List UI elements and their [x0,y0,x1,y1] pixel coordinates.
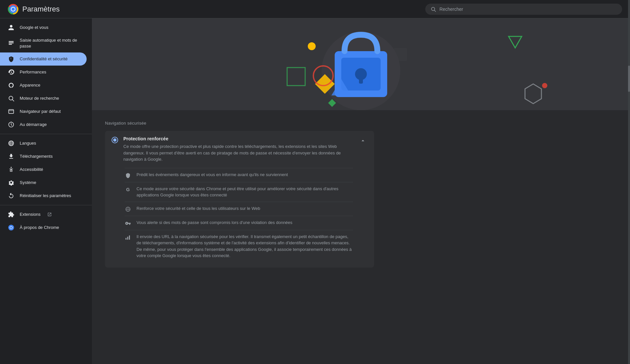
svg-marker-33 [509,36,522,48]
system-icon [8,179,14,186]
sub-features: Prédit les événements dangereux et vous … [123,168,353,262]
svg-rect-7 [9,44,12,45]
sidebar-item-navigateur-defaut[interactable]: Navigateur par défaut [0,105,87,118]
sub-feature-text-2: Ce mode assure votre sécurité dans Chrom… [136,186,353,198]
performance-icon [8,69,14,75]
svg-rect-41 [127,236,128,239]
startup-icon [8,121,14,128]
sidebar-item-moteur-recherche[interactable]: Moteur de recherche [0,92,87,105]
sub-feature-detail: Il envoie des URL à la navigation sécuri… [125,230,353,262]
scrollbar-thumb[interactable] [628,66,630,92]
svg-marker-35 [525,84,541,104]
shield-icon [8,56,14,62]
sidebar-item-google-et-vous[interactable]: Google et vous [0,21,87,34]
sidebar-item-systeme[interactable]: Système [0,176,87,189]
search-engine-icon [8,95,14,102]
protection-renforcee-card: Protection renforcée Ce mode offre une p… [105,131,374,268]
default-browser-icon [8,108,14,115]
header: Paramètres [0,0,630,18]
sidebar-item-label: Au démarrage [20,122,47,128]
content-area: Navigation sécurisée Protection renforcé… [92,110,387,282]
svg-rect-30 [287,68,305,86]
sidebar-item-label: Navigateur par défaut [20,109,61,114]
sidebar-item-label: À propos de Chrome [20,225,59,231]
sidebar-item-telechargements[interactable]: Téléchargements [0,150,87,163]
about-chrome-icon [8,224,14,231]
sidebar-divider-1 [0,134,92,134]
sub-feature-text-3: Renforce votre sécurité et celle de tous… [136,205,260,212]
sidebar-item-extensions[interactable]: Extensions [0,208,87,221]
sub-feature-text-4: Vous alerte si des mots de passe sont co… [136,219,292,226]
sidebar-item-label: Accessibilité [20,167,43,172]
autofill-icon [8,40,14,47]
sidebar-item-label: Téléchargements [20,153,52,159]
reset-icon [8,192,14,199]
sidebar-item-label: Réinitialiser les paramètres [20,193,71,199]
globe-sub-icon [125,206,131,212]
sub-feature-detail-text: Il envoie des URL à la navigation sécuri… [136,233,353,259]
svg-point-34 [542,83,547,88]
sidebar-item-au-demarrage[interactable]: Au démarrage [0,118,87,131]
svg-point-18 [10,167,11,168]
page-title: Paramètres [22,5,60,13]
sub-feature-4: Vous alerte si des mots de passe sont co… [125,216,353,230]
sidebar-item-langues[interactable]: Langues [0,137,87,150]
sidebar-divider-2 [0,205,92,205]
sub-feature-text-1: Prédit les événements dangereux et vous … [136,172,288,178]
sidebar-item-apparence[interactable]: Apparence [0,79,87,92]
sidebar-item-label: Système [20,180,36,186]
svg-point-21 [10,227,12,229]
sidebar-item-label: Moteur de recherche [20,95,59,101]
header-logo: Paramètres [8,4,60,14]
collapse-button[interactable] [358,136,368,145]
sidebar-item-confidentialite[interactable]: Confidentialité et sécurité [0,52,87,66]
sidebar-item-a-propos[interactable]: À propos de Chrome [0,221,87,234]
svg-rect-5 [9,41,14,42]
svg-rect-42 [129,235,130,240]
option-content: Protection renforcée Ce mode offre une p… [123,136,353,262]
sidebar-item-saisie-automatique[interactable]: Saisie automatique et mots de passe [0,34,87,52]
hero-illustration [92,18,630,110]
main-content: Navigation sécurisée Protection renforcé… [92,18,630,364]
svg-point-32 [308,42,316,50]
protection-renforcee-radio[interactable] [112,137,118,143]
option-desc: Ce mode offre une protection proactive e… [123,143,353,163]
sidebar-item-label: Google et vous [20,25,48,30]
sub-feature-1: Prédit les événements dangereux et vous … [125,168,353,182]
sidebar-item-label: Apparence [20,82,40,88]
section-title: Navigation sécurisée [105,121,374,126]
search-icon [430,6,436,12]
svg-rect-36 [394,48,407,61]
option-row: Protection renforcée Ce mode offre une p… [112,136,368,262]
sidebar: Google et vous Saisie automatique et mot… [0,18,92,364]
svg-rect-40 [126,238,127,239]
search-input[interactable] [439,7,617,12]
sidebar-item-label: Saisie automatique et mots de passe [20,37,79,49]
security-illustration [92,18,630,110]
svg-rect-6 [9,43,14,44]
downloads-icon [8,153,14,160]
chart-sub-icon [125,234,131,241]
sidebar-item-label: Extensions [20,212,41,217]
svg-rect-26 [359,76,363,84]
svg-rect-10 [9,110,14,114]
scrollbar[interactable] [628,18,630,364]
appearance-icon [8,82,14,89]
chrome-logo-icon [8,4,18,14]
sidebar-item-performances[interactable]: Performances [0,66,87,79]
shield-sub-icon [125,172,131,179]
sidebar-item-label: Confidentialité et sécurité [20,56,68,62]
search-bar[interactable] [425,4,622,15]
language-icon [8,140,14,147]
sidebar-item-label: Langues [20,140,36,146]
key-sub-icon [125,220,131,227]
sidebar-item-accessibilite[interactable]: Accessibilité [0,163,87,176]
sidebar-item-reinitialiser[interactable]: Réinitialiser les paramètres [0,189,87,202]
sidebar-item-label: Performances [20,69,46,75]
svg-point-2 [11,8,15,11]
sub-feature-2: G Ce mode assure votre sécurité dans Chr… [125,182,353,202]
external-link-icon [47,212,52,217]
svg-line-9 [12,100,14,101]
svg-line-4 [434,10,436,11]
person-icon [8,24,14,31]
